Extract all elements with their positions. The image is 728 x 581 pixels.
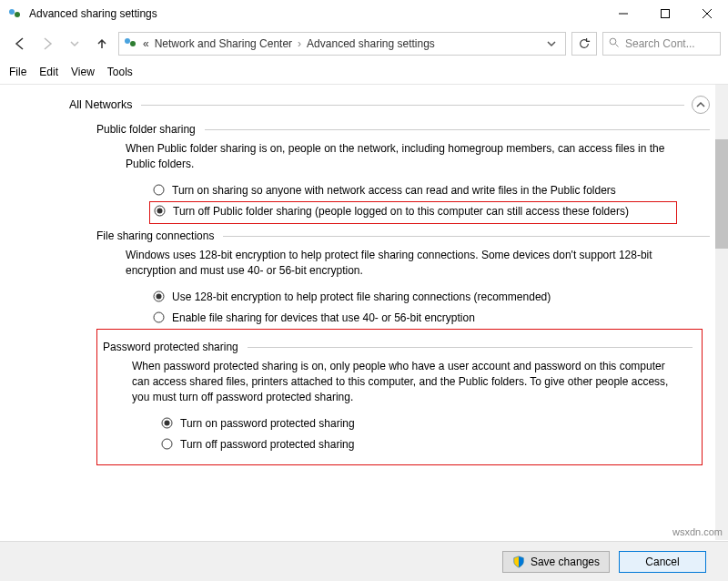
scrollbar-thumb[interactable] (715, 139, 728, 249)
fsc-label: File sharing connections (96, 229, 214, 242)
shield-icon (512, 556, 525, 568)
radio-checked-icon (154, 205, 166, 221)
watermark: wsxdn.com (672, 526, 723, 537)
save-changes-button[interactable]: Save changes (502, 551, 610, 573)
pps-description: When password protected sharing is on, o… (132, 359, 678, 404)
cancel-button[interactable]: Cancel (619, 551, 706, 573)
bottom-bar: Save changes Cancel (0, 541, 728, 581)
menu-tools[interactable]: Tools (107, 66, 133, 78)
fsc-radio-128-label: Use 128-bit encryption to help protect f… (172, 290, 551, 305)
cancel-label: Cancel (645, 556, 679, 568)
svg-point-18 (162, 439, 172, 449)
app-icon (7, 6, 22, 21)
pfs-radio-off[interactable]: Turn off Public folder sharing (people l… (149, 201, 677, 224)
group-password-protected-sharing: Password protected sharing When password… (96, 329, 703, 465)
location-icon (123, 36, 137, 53)
radio-unchecked-icon (153, 311, 165, 328)
chevron-right-icon: › (298, 37, 301, 50)
up-button[interactable] (91, 33, 113, 55)
minimize-button[interactable] (602, 0, 644, 27)
svg-point-12 (157, 209, 163, 214)
pfs-label: Public folder sharing (96, 123, 196, 136)
pps-radio-on-label: Turn on password protected sharing (180, 416, 355, 432)
menu-bar: File Edit View Tools (0, 60, 728, 85)
divider (205, 129, 710, 130)
radio-checked-icon (153, 290, 165, 307)
section-all-networks-label: All Networks (69, 98, 132, 111)
svg-line-9 (616, 44, 619, 46)
content-area: All Networks Public folder sharing When … (0, 85, 728, 540)
menu-edit[interactable]: Edit (39, 66, 58, 78)
address-dropdown[interactable] (541, 34, 561, 54)
pfs-radio-off-label: Turn off Public folder sharing (people l… (173, 204, 629, 219)
back-button[interactable] (9, 33, 31, 55)
save-changes-label: Save changes (531, 556, 600, 568)
svg-point-1 (15, 12, 20, 17)
pfs-description: When Public folder sharing is on, people… (126, 141, 672, 172)
pps-radio-off[interactable]: Turn off password protected sharing (157, 435, 685, 456)
close-button[interactable] (686, 0, 728, 27)
fsc-radio-40-label: Enable file sharing for devices that use… (172, 311, 475, 326)
nav-row: « Network and Sharing Center › Advanced … (0, 27, 728, 60)
recent-dropdown[interactable] (64, 33, 86, 55)
svg-rect-3 (662, 10, 670, 18)
fsc-description: Windows uses 128-bit encryption to help … (126, 248, 672, 279)
address-bar[interactable]: « Network and Sharing Center › Advanced … (118, 32, 566, 56)
search-placeholder: Search Cont... (625, 37, 695, 50)
forward-button[interactable] (36, 33, 58, 55)
section-all-networks: All Networks (69, 96, 710, 114)
svg-point-0 (9, 9, 15, 15)
pfs-radio-on[interactable]: Turn on sharing so anyone with network a… (149, 181, 677, 202)
breadcrumb: « Network and Sharing Center › Advanced … (143, 37, 536, 50)
pps-radio-on[interactable]: Turn on password protected sharing (157, 414, 685, 435)
svg-point-8 (610, 38, 616, 45)
radio-checked-icon (161, 417, 173, 433)
svg-point-10 (154, 185, 164, 195)
window-title: Advanced sharing settings (29, 7, 602, 20)
fsc-radio-40[interactable]: Enable file sharing for devices that use… (149, 309, 677, 330)
breadcrumb-item-1[interactable]: Network and Sharing Center (155, 37, 292, 50)
pps-label: Password protected sharing (103, 341, 238, 353)
maximize-button[interactable] (644, 0, 686, 27)
menu-view[interactable]: View (71, 66, 95, 78)
search-icon (609, 37, 620, 51)
breadcrumb-root-chevrons[interactable]: « (143, 37, 149, 50)
search-input[interactable]: Search Cont... (602, 32, 721, 56)
subheader-public-folder-sharing: Public folder sharing (96, 123, 710, 136)
subheader-file-sharing-connections: File sharing connections (96, 229, 710, 242)
breadcrumb-item-2[interactable]: Advanced sharing settings (307, 37, 435, 50)
svg-point-6 (125, 38, 130, 44)
svg-point-7 (130, 41, 136, 46)
subheader-password-protected-sharing: Password protected sharing (103, 341, 693, 353)
menu-file[interactable]: File (9, 66, 26, 78)
divider (248, 347, 693, 348)
svg-point-17 (165, 420, 170, 425)
pps-radio-off-label: Turn off password protected sharing (180, 437, 354, 453)
refresh-button[interactable] (571, 32, 597, 56)
svg-point-14 (157, 293, 162, 299)
svg-point-15 (154, 312, 164, 322)
divider (141, 105, 684, 106)
collapse-button[interactable] (692, 96, 710, 114)
radio-unchecked-icon (161, 438, 173, 454)
title-bar: Advanced sharing settings (0, 0, 728, 27)
divider (223, 236, 710, 237)
radio-unchecked-icon (153, 184, 165, 200)
pfs-radio-on-label: Turn on sharing so anyone with network a… (172, 183, 616, 199)
fsc-radio-128[interactable]: Use 128-bit encryption to help protect f… (149, 288, 677, 309)
